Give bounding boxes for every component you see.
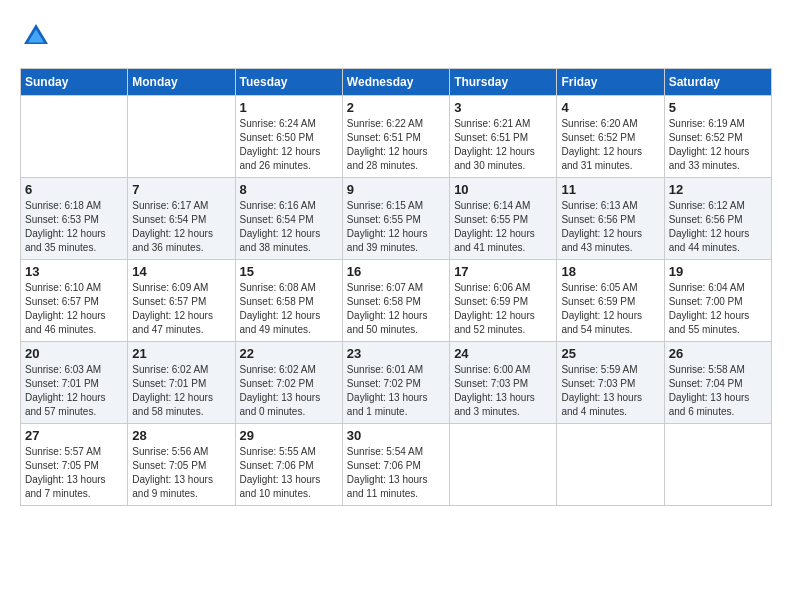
- calendar-cell: 29Sunrise: 5:55 AMSunset: 7:06 PMDayligh…: [235, 424, 342, 506]
- day-detail: Sunrise: 5:58 AMSunset: 7:04 PMDaylight:…: [669, 363, 767, 419]
- calendar-header-row: SundayMondayTuesdayWednesdayThursdayFrid…: [21, 69, 772, 96]
- day-number: 17: [454, 264, 552, 279]
- calendar-cell: 15Sunrise: 6:08 AMSunset: 6:58 PMDayligh…: [235, 260, 342, 342]
- day-detail: Sunrise: 6:04 AMSunset: 7:00 PMDaylight:…: [669, 281, 767, 337]
- day-detail: Sunrise: 6:22 AMSunset: 6:51 PMDaylight:…: [347, 117, 445, 173]
- day-number: 3: [454, 100, 552, 115]
- calendar-week-row: 6Sunrise: 6:18 AMSunset: 6:53 PMDaylight…: [21, 178, 772, 260]
- day-detail: Sunrise: 6:00 AMSunset: 7:03 PMDaylight:…: [454, 363, 552, 419]
- day-number: 11: [561, 182, 659, 197]
- day-number: 9: [347, 182, 445, 197]
- calendar-cell: 7Sunrise: 6:17 AMSunset: 6:54 PMDaylight…: [128, 178, 235, 260]
- calendar-cell: 26Sunrise: 5:58 AMSunset: 7:04 PMDayligh…: [664, 342, 771, 424]
- calendar-cell: 18Sunrise: 6:05 AMSunset: 6:59 PMDayligh…: [557, 260, 664, 342]
- calendar-week-row: 27Sunrise: 5:57 AMSunset: 7:05 PMDayligh…: [21, 424, 772, 506]
- day-detail: Sunrise: 6:20 AMSunset: 6:52 PMDaylight:…: [561, 117, 659, 173]
- calendar-cell: 9Sunrise: 6:15 AMSunset: 6:55 PMDaylight…: [342, 178, 449, 260]
- calendar-cell: 13Sunrise: 6:10 AMSunset: 6:57 PMDayligh…: [21, 260, 128, 342]
- calendar-cell: 27Sunrise: 5:57 AMSunset: 7:05 PMDayligh…: [21, 424, 128, 506]
- day-detail: Sunrise: 6:01 AMSunset: 7:02 PMDaylight:…: [347, 363, 445, 419]
- calendar-cell: [450, 424, 557, 506]
- day-detail: Sunrise: 6:08 AMSunset: 6:58 PMDaylight:…: [240, 281, 338, 337]
- day-header-thursday: Thursday: [450, 69, 557, 96]
- calendar-cell: [557, 424, 664, 506]
- page-header: [20, 20, 772, 52]
- day-detail: Sunrise: 5:59 AMSunset: 7:03 PMDaylight:…: [561, 363, 659, 419]
- day-detail: Sunrise: 6:13 AMSunset: 6:56 PMDaylight:…: [561, 199, 659, 255]
- day-number: 15: [240, 264, 338, 279]
- day-detail: Sunrise: 5:55 AMSunset: 7:06 PMDaylight:…: [240, 445, 338, 501]
- calendar-cell: 8Sunrise: 6:16 AMSunset: 6:54 PMDaylight…: [235, 178, 342, 260]
- day-number: 7: [132, 182, 230, 197]
- day-number: 20: [25, 346, 123, 361]
- calendar-week-row: 1Sunrise: 6:24 AMSunset: 6:50 PMDaylight…: [21, 96, 772, 178]
- day-number: 26: [669, 346, 767, 361]
- day-detail: Sunrise: 6:05 AMSunset: 6:59 PMDaylight:…: [561, 281, 659, 337]
- day-number: 29: [240, 428, 338, 443]
- day-detail: Sunrise: 5:57 AMSunset: 7:05 PMDaylight:…: [25, 445, 123, 501]
- calendar-cell: 24Sunrise: 6:00 AMSunset: 7:03 PMDayligh…: [450, 342, 557, 424]
- calendar-cell: [128, 96, 235, 178]
- day-detail: Sunrise: 6:02 AMSunset: 7:01 PMDaylight:…: [132, 363, 230, 419]
- day-number: 30: [347, 428, 445, 443]
- day-number: 4: [561, 100, 659, 115]
- calendar-cell: 30Sunrise: 5:54 AMSunset: 7:06 PMDayligh…: [342, 424, 449, 506]
- day-number: 23: [347, 346, 445, 361]
- day-detail: Sunrise: 6:17 AMSunset: 6:54 PMDaylight:…: [132, 199, 230, 255]
- day-detail: Sunrise: 6:21 AMSunset: 6:51 PMDaylight:…: [454, 117, 552, 173]
- day-detail: Sunrise: 6:07 AMSunset: 6:58 PMDaylight:…: [347, 281, 445, 337]
- day-number: 18: [561, 264, 659, 279]
- calendar-cell: 20Sunrise: 6:03 AMSunset: 7:01 PMDayligh…: [21, 342, 128, 424]
- day-detail: Sunrise: 6:10 AMSunset: 6:57 PMDaylight:…: [25, 281, 123, 337]
- day-number: 1: [240, 100, 338, 115]
- calendar-cell: 3Sunrise: 6:21 AMSunset: 6:51 PMDaylight…: [450, 96, 557, 178]
- day-number: 25: [561, 346, 659, 361]
- day-detail: Sunrise: 5:56 AMSunset: 7:05 PMDaylight:…: [132, 445, 230, 501]
- day-number: 13: [25, 264, 123, 279]
- calendar-cell: 28Sunrise: 5:56 AMSunset: 7:05 PMDayligh…: [128, 424, 235, 506]
- calendar-cell: 2Sunrise: 6:22 AMSunset: 6:51 PMDaylight…: [342, 96, 449, 178]
- day-number: 28: [132, 428, 230, 443]
- calendar-cell: 16Sunrise: 6:07 AMSunset: 6:58 PMDayligh…: [342, 260, 449, 342]
- day-number: 5: [669, 100, 767, 115]
- day-detail: Sunrise: 5:54 AMSunset: 7:06 PMDaylight:…: [347, 445, 445, 501]
- day-detail: Sunrise: 6:24 AMSunset: 6:50 PMDaylight:…: [240, 117, 338, 173]
- day-number: 14: [132, 264, 230, 279]
- day-number: 2: [347, 100, 445, 115]
- day-detail: Sunrise: 6:12 AMSunset: 6:56 PMDaylight:…: [669, 199, 767, 255]
- day-detail: Sunrise: 6:18 AMSunset: 6:53 PMDaylight:…: [25, 199, 123, 255]
- day-header-monday: Monday: [128, 69, 235, 96]
- day-header-tuesday: Tuesday: [235, 69, 342, 96]
- day-number: 10: [454, 182, 552, 197]
- calendar-cell: 10Sunrise: 6:14 AMSunset: 6:55 PMDayligh…: [450, 178, 557, 260]
- day-number: 19: [669, 264, 767, 279]
- day-detail: Sunrise: 6:02 AMSunset: 7:02 PMDaylight:…: [240, 363, 338, 419]
- day-detail: Sunrise: 6:19 AMSunset: 6:52 PMDaylight:…: [669, 117, 767, 173]
- calendar-cell: 5Sunrise: 6:19 AMSunset: 6:52 PMDaylight…: [664, 96, 771, 178]
- logo-icon: [20, 20, 52, 52]
- day-number: 24: [454, 346, 552, 361]
- day-detail: Sunrise: 6:09 AMSunset: 6:57 PMDaylight:…: [132, 281, 230, 337]
- day-detail: Sunrise: 6:03 AMSunset: 7:01 PMDaylight:…: [25, 363, 123, 419]
- calendar-table: SundayMondayTuesdayWednesdayThursdayFrid…: [20, 68, 772, 506]
- day-header-friday: Friday: [557, 69, 664, 96]
- calendar-cell: [21, 96, 128, 178]
- calendar-cell: 12Sunrise: 6:12 AMSunset: 6:56 PMDayligh…: [664, 178, 771, 260]
- day-number: 27: [25, 428, 123, 443]
- day-number: 12: [669, 182, 767, 197]
- day-detail: Sunrise: 6:06 AMSunset: 6:59 PMDaylight:…: [454, 281, 552, 337]
- day-detail: Sunrise: 6:16 AMSunset: 6:54 PMDaylight:…: [240, 199, 338, 255]
- calendar-cell: 23Sunrise: 6:01 AMSunset: 7:02 PMDayligh…: [342, 342, 449, 424]
- calendar-cell: [664, 424, 771, 506]
- day-header-wednesday: Wednesday: [342, 69, 449, 96]
- logo: [20, 20, 56, 52]
- calendar-week-row: 20Sunrise: 6:03 AMSunset: 7:01 PMDayligh…: [21, 342, 772, 424]
- calendar-cell: 17Sunrise: 6:06 AMSunset: 6:59 PMDayligh…: [450, 260, 557, 342]
- calendar-cell: 14Sunrise: 6:09 AMSunset: 6:57 PMDayligh…: [128, 260, 235, 342]
- calendar-cell: 19Sunrise: 6:04 AMSunset: 7:00 PMDayligh…: [664, 260, 771, 342]
- calendar-cell: 1Sunrise: 6:24 AMSunset: 6:50 PMDaylight…: [235, 96, 342, 178]
- calendar-cell: 21Sunrise: 6:02 AMSunset: 7:01 PMDayligh…: [128, 342, 235, 424]
- day-detail: Sunrise: 6:14 AMSunset: 6:55 PMDaylight:…: [454, 199, 552, 255]
- day-header-saturday: Saturday: [664, 69, 771, 96]
- day-detail: Sunrise: 6:15 AMSunset: 6:55 PMDaylight:…: [347, 199, 445, 255]
